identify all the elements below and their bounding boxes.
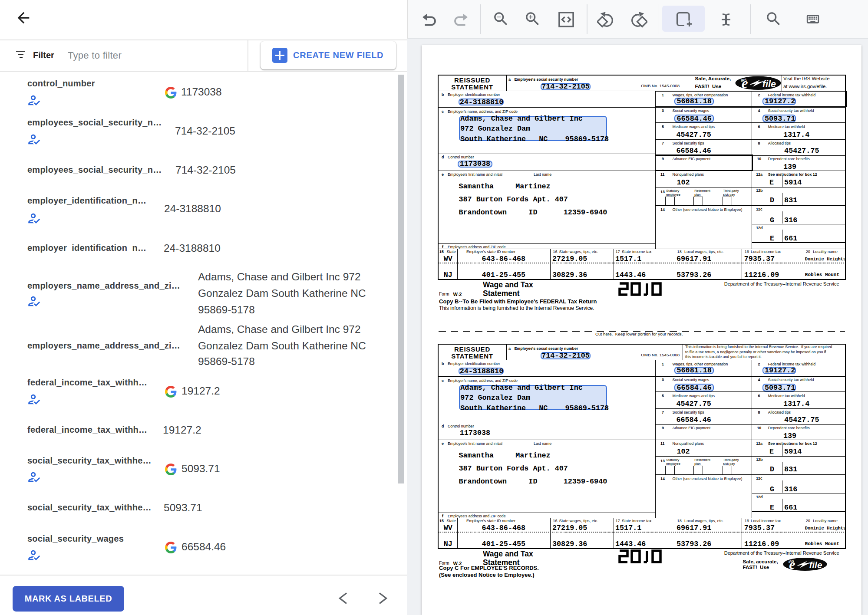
svg-text:file: file — [762, 78, 776, 89]
svg-text:file: file — [809, 560, 822, 570]
svg-text:e: e — [741, 76, 748, 90]
svg-text:e: e — [789, 557, 795, 572]
